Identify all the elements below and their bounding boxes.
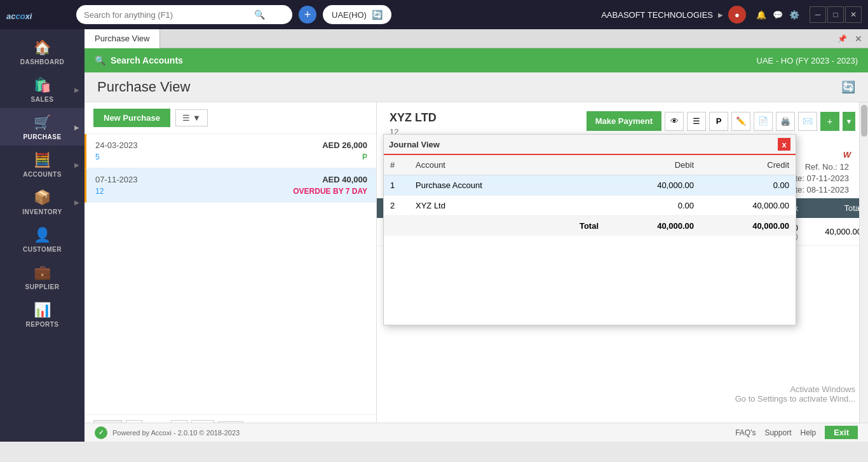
- sidebar-item-sales[interactable]: 🛍️ SALES ▶: [0, 71, 85, 108]
- region-info: UAE - HO (FY 2023 - 2023): [757, 56, 858, 65]
- sidebar-item-inventory[interactable]: 📦 INVENTORY ▶: [0, 183, 85, 221]
- list-amount-1: AED 26,000: [322, 140, 367, 150]
- exit-button[interactable]: Exit: [825, 426, 858, 439]
- new-purchase-button[interactable]: New Purchase: [93, 109, 170, 127]
- sidebar-label-inventory: INVENTORY: [22, 208, 62, 215]
- tab-pin-icon[interactable]: 📌: [834, 33, 850, 44]
- inventory-arrow-icon: ▶: [74, 198, 79, 205]
- journal-total-empty: [384, 216, 409, 236]
- search-accounts-left[interactable]: 🔍 Search Accounts: [95, 55, 183, 65]
- filter-button[interactable]: ☰ ▼: [175, 109, 208, 126]
- journal-account-1: Purchase Account: [409, 175, 605, 196]
- journal-num-1: 1: [384, 175, 409, 196]
- tab-bar: Purchase View 📌 ✕: [85, 29, 868, 48]
- journal-total-row: Total 40,000.00 40,000.00: [384, 216, 796, 236]
- top-navbar: accoxi 🔍 + UAE(HO) 🔄 AABASOFT TECHNOLOGI…: [0, 0, 868, 29]
- purchase-icon: 🛒: [34, 114, 51, 131]
- action-btn-6[interactable]: 🖨️: [776, 112, 795, 131]
- region-selector[interactable]: UAE(HO) 🔄: [323, 5, 391, 24]
- search-accounts-icon: 🔍: [95, 55, 105, 65]
- sidebar-item-supplier[interactable]: 💼 SUPPLIER: [0, 258, 85, 296]
- action-btn-3[interactable]: P: [709, 112, 728, 131]
- journal-modal-close-button[interactable]: x: [778, 138, 790, 151]
- action-btn-5[interactable]: 📄: [754, 112, 773, 131]
- journal-debit-2: 0.00: [605, 196, 700, 216]
- sidebar-item-accounts[interactable]: 🧮 ACCOUNTS ▶: [0, 146, 85, 183]
- action-btn-4[interactable]: ✏️: [731, 112, 750, 131]
- sidebar: 🏠 DASHBOARD 🛍️ SALES ▶ 🛒 PURCHASE ▶ 🧮 AC…: [0, 29, 85, 442]
- list-id-1: 5: [95, 153, 100, 161]
- col-total: Total: [804, 198, 868, 218]
- journal-table: # Account Debit Credit 1 Purchase Accoun…: [384, 155, 796, 236]
- refresh-page-icon[interactable]: 🔄: [841, 80, 855, 94]
- tab-controls: 📌 ✕: [834, 32, 868, 45]
- company-logo: W: [843, 135, 849, 162]
- message-icon[interactable]: 💬: [773, 10, 783, 20]
- list-date-1: 24-03-2023: [95, 140, 138, 150]
- minimize-button[interactable]: ─: [810, 6, 826, 23]
- list-amount-2: AED 40,000: [322, 175, 367, 184]
- sidebar-item-customer[interactable]: 👤 CUSTOMER: [0, 221, 85, 258]
- reports-icon: 📊: [34, 302, 51, 318]
- action-btn-1[interactable]: 👁: [665, 112, 684, 131]
- item-total-1: 40,000.00: [804, 218, 868, 246]
- purchase-arrow-icon: ▶: [74, 123, 79, 130]
- footer-support-link[interactable]: Support: [764, 428, 791, 437]
- sidebar-label-customer: CUSTOMER: [23, 246, 62, 253]
- tab-label: Purchase View: [95, 34, 149, 43]
- company-arrow-icon: ▶: [718, 11, 723, 18]
- maximize-button[interactable]: □: [827, 6, 844, 23]
- search-icon[interactable]: 🔍: [254, 10, 265, 20]
- footer-help-link[interactable]: Help: [800, 428, 816, 437]
- settings-icon[interactable]: ⚙️: [789, 10, 799, 20]
- more-actions-button[interactable]: +: [820, 112, 839, 131]
- more-actions-arrow[interactable]: ▼: [843, 112, 855, 131]
- list-status-1: P: [362, 153, 367, 161]
- sidebar-item-reports[interactable]: 📊 REPORTS: [0, 296, 85, 333]
- footer-faq-link[interactable]: FAQ's: [735, 428, 756, 437]
- company-section: AABASOFT TECHNOLOGIES ▶ ●: [601, 6, 746, 24]
- search-accounts-label: Search Accounts: [111, 55, 183, 65]
- right-scrollbar[interactable]: [859, 102, 868, 442]
- sidebar-label-sales: SALES: [31, 96, 54, 103]
- sidebar-label-purchase: PURCHASE: [23, 133, 61, 140]
- filter-icon: ☰: [182, 113, 190, 123]
- journal-col-debit: Debit: [605, 155, 700, 175]
- journal-credit-2: 40,000.00: [700, 196, 796, 216]
- scroll-thumb[interactable]: [861, 105, 867, 137]
- search-box[interactable]: 🔍: [76, 5, 292, 24]
- bell-icon[interactable]: 🔔: [756, 10, 766, 20]
- journal-modal: Journal View x # Account Debit Credit: [383, 134, 796, 325]
- journal-row-1: 1 Purchase Account 40,000.00 0.00: [384, 175, 796, 196]
- journal-empty-area: [384, 236, 796, 325]
- sidebar-item-purchase[interactable]: 🛒 PURCHASE ▶: [0, 108, 85, 146]
- accounts-arrow-icon: ▶: [74, 161, 79, 168]
- make-payment-button[interactable]: Make Payment: [587, 111, 661, 131]
- action-btn-2[interactable]: ☰: [687, 112, 706, 131]
- left-panel-header: New Purchase ☰ ▼: [85, 102, 376, 134]
- user-avatar[interactable]: ●: [728, 6, 746, 24]
- refresh-icon[interactable]: 🔄: [372, 10, 383, 20]
- add-button[interactable]: +: [299, 6, 316, 24]
- tab-close-icon[interactable]: ✕: [851, 32, 865, 45]
- list-item[interactable]: 24-03-2023 AED 26,000 5 P: [85, 134, 376, 168]
- sales-icon: 🛍️: [34, 77, 51, 93]
- tab-purchase-view[interactable]: Purchase View: [85, 29, 160, 48]
- list-item2-row1: 07-11-2023 AED 40,000: [95, 175, 367, 184]
- footer-powered-by: Powered by Accoxi - 2.0.10 © 2018-2023: [112, 429, 240, 437]
- page-title: Purchase View: [97, 79, 190, 95]
- search-input[interactable]: [84, 10, 249, 20]
- region-label: UAE(HO): [332, 10, 367, 20]
- right-panel: XYZ LTD 12 Make Payment 👁 ☰ P ✏️ 📄 🖨️ ✉️…: [377, 102, 868, 442]
- app-logo: accoxi: [6, 8, 70, 22]
- journal-total-label: Total: [409, 216, 605, 236]
- invoice-company-info: XYZ LTD 12: [390, 111, 437, 137]
- journal-num-2: 2: [384, 196, 409, 216]
- list-item-selected[interactable]: 07-11-2023 AED 40,000 12 OVERDUE BY 7 DA…: [85, 168, 376, 203]
- sidebar-item-dashboard[interactable]: 🏠 DASHBOARD: [0, 33, 85, 71]
- footer-logo-icon: ✓: [95, 426, 107, 439]
- journal-credit-1: 0.00: [700, 175, 796, 196]
- window-controls: ─ □ ✕: [810, 6, 862, 23]
- action-btn-7[interactable]: ✉️: [798, 112, 817, 131]
- close-button[interactable]: ✕: [845, 6, 862, 23]
